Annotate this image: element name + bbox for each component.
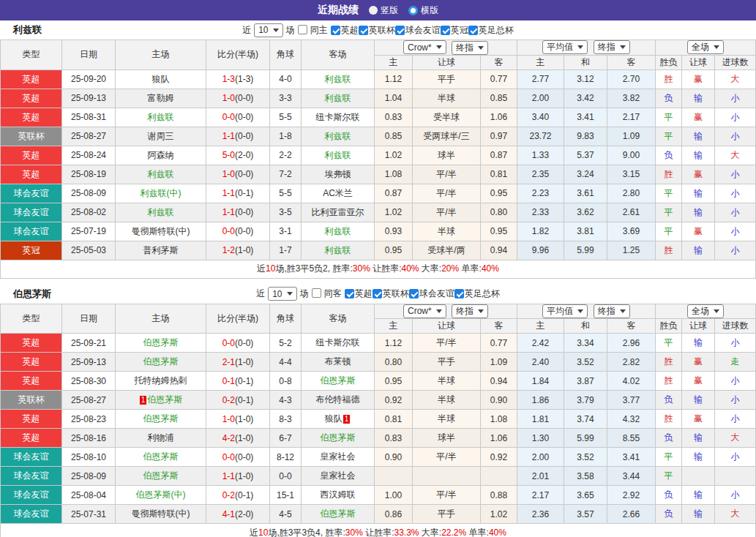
team-label: 利兹联 — [325, 226, 351, 236]
table-row: 英超 25-09-13 伯恩茅斯 2-1(1-0) 4-4 布莱顿 0.80 平… — [1, 353, 756, 372]
handicap-away-odds-cell: 1.08 — [481, 410, 517, 429]
match-type-cell: 英联杯 — [1, 391, 62, 410]
score-cell: 4-1(2-0) — [206, 505, 270, 524]
league-filter-checkbox[interactable]: 英冠 — [441, 24, 468, 37]
home-team-cell: 利兹联(中) — [116, 184, 206, 203]
match-type-cell: 英超 — [1, 353, 62, 372]
result-cell: 负 — [656, 146, 682, 165]
summary-row: 近10场,胜3平5负2, 胜率:30% 让胜率:40% 大率:20% 单率:40… — [1, 260, 756, 278]
result-cell: 胜 — [656, 70, 682, 89]
corner-cell: 5-5 — [270, 184, 302, 203]
score-fulltime: 2-1 — [222, 357, 235, 367]
league-filter-checkbox[interactable]: 英足总杯 — [454, 288, 500, 300]
checkbox-checked-icon[interactable] — [468, 26, 478, 35]
match-count-select[interactable]: 10 — [268, 287, 296, 301]
score-halftime: (0-0) — [235, 226, 253, 236]
corner-cell: 4-0 — [270, 70, 302, 89]
checkbox-checked-icon[interactable] — [345, 289, 354, 298]
table-row: 球会友谊 25-08-09 伯恩茅斯 1-1(1-0) 0-0 皇家社会 2.0… — [1, 467, 756, 486]
match-count-select[interactable]: 10 — [254, 23, 282, 37]
team-label: 伯恩茅斯 — [143, 413, 179, 424]
score-cell: 0-2(0-1) — [206, 391, 270, 410]
league-filter-checkbox[interactable]: 英足总杯 — [468, 24, 514, 37]
team-label: 布莱顿 — [325, 356, 351, 367]
avg-away-odds-cell: 3.69 — [607, 222, 656, 241]
company-select[interactable]: Crow* — [403, 304, 446, 318]
checkbox-checked-icon[interactable] — [409, 289, 419, 298]
score-fulltime: 0-0 — [222, 226, 235, 236]
scope-select[interactable]: 全场 — [687, 40, 724, 54]
handicap-line-cell: 平/半 — [413, 184, 481, 203]
handicap-result-cell: 输 — [682, 203, 715, 222]
checkbox-checked-icon[interactable] — [359, 26, 368, 35]
final-odds-select[interactable]: 终指 — [452, 304, 488, 318]
sub-header-result: 胜负 — [656, 319, 682, 334]
checkbox-checked-icon[interactable] — [395, 26, 405, 35]
checkbox-checked-icon[interactable] — [454, 289, 464, 298]
league-filter-checkbox[interactable]: 英联杯 — [373, 288, 409, 300]
score-halftime: (0-1) — [235, 395, 253, 405]
goals-result-cell: 小 — [715, 391, 756, 410]
radio-unselected-icon[interactable] — [369, 6, 378, 15]
team-label: 利兹联 — [148, 112, 174, 122]
score-cell: 1-0(0-0) — [206, 165, 270, 184]
layout-radio-vertical[interactable]: 竖版 — [369, 4, 398, 17]
avg-away-odds-cell: 4.32 — [607, 410, 656, 429]
table-row: 球会友谊 25-07-19 曼彻斯特联(中) 0-0(0-0) 3-1 利兹联 … — [1, 222, 756, 241]
checkbox-checked-icon[interactable] — [441, 26, 450, 35]
layout-radio-horizontal[interactable]: 横版 — [408, 4, 438, 17]
league-filter-checkbox[interactable]: 英联杯 — [359, 24, 395, 37]
table-row: 球会友谊 25-08-04 伯恩茅斯(中) 0-2(0-1) 15-1 西汉姆联… — [1, 486, 756, 505]
handicap-result-cell: 输 — [682, 334, 715, 353]
home-team-cell: 伯恩茅斯 — [116, 467, 206, 486]
league-filter-checkbox[interactable]: 球会友谊 — [409, 288, 454, 300]
goals-result-cell: 小 — [715, 241, 756, 260]
team-name: 利兹联 — [13, 23, 42, 37]
summary-text: 近10场,胜3平5负2, 胜率:30% 让胜率:40% 大率:20% 单率:40… — [1, 260, 756, 278]
average-select[interactable]: 平均值 — [542, 304, 588, 318]
red-card-badge: 1 — [140, 396, 147, 405]
near-label: 近 — [242, 24, 251, 37]
score-halftime: (0-0) — [235, 93, 253, 103]
radio-selected-icon[interactable] — [408, 6, 418, 15]
page-title: 近期战绩 — [318, 4, 359, 17]
sub-header-avg-draw: 和 — [564, 55, 607, 70]
away-team-cell: 皇家社会 — [302, 448, 375, 467]
team-label: 伯恩茅斯 — [143, 337, 179, 348]
avg-away-odds-cell: 2.17 — [607, 108, 656, 127]
score-fulltime: 1-1 — [222, 188, 235, 198]
score-cell: 1-1(1-0) — [206, 467, 270, 486]
league-label: 英超 — [355, 288, 373, 300]
handicap-away-odds-cell: 0.77 — [481, 334, 517, 353]
away-team-cell: 布莱顿 — [302, 353, 375, 372]
score-cell: 1-0(1-0) — [206, 410, 270, 429]
checkbox-unchecked-icon[interactable] — [298, 25, 307, 34]
same-venue-checkbox[interactable]: 同主 — [298, 24, 328, 37]
handicap-line-cell: 半球 — [413, 222, 481, 241]
col-header-type: 类型 — [1, 304, 62, 334]
checkbox-checked-icon[interactable] — [331, 26, 340, 35]
checkbox-unchecked-icon[interactable] — [312, 288, 321, 298]
final-odds-select[interactable]: 终指 — [452, 41, 488, 55]
average-select[interactable]: 平均值 — [542, 40, 588, 54]
league-filter-checkbox[interactable]: 球会友谊 — [395, 24, 441, 37]
sub-header-handicap-home: 主 — [375, 319, 413, 334]
checkbox-checked-icon[interactable] — [373, 289, 382, 298]
corner-cell: 5-2 — [270, 334, 302, 353]
score-halftime: (0-0) — [235, 112, 253, 122]
avg-away-odds-cell: 2.70 — [607, 70, 656, 89]
final-odds-select-2[interactable]: 终指 — [594, 304, 630, 318]
corner-cell: 6-7 — [270, 429, 302, 448]
score-halftime: (1-0) — [235, 245, 253, 255]
same-venue-checkbox[interactable]: 同客 — [312, 288, 342, 300]
league-filter-checkbox[interactable]: 英超 — [345, 288, 373, 300]
handicap-away-odds-cell: 1.06 — [481, 108, 517, 127]
scope-select[interactable]: 全场 — [687, 304, 724, 318]
match-date-cell: 25-08-02 — [62, 203, 116, 222]
sub-header-result: 胜负 — [656, 55, 682, 70]
match-date-cell: 25-05-03 — [62, 241, 116, 260]
league-filter-checkbox[interactable]: 英超 — [331, 24, 359, 37]
final-odds-select-2[interactable]: 终指 — [594, 40, 630, 54]
table-row: 英超 25-09-13 富勒姆 1-0(0-0) 3-3 利兹联 1.04 半球… — [1, 89, 756, 108]
company-select[interactable]: Crow* — [403, 40, 446, 54]
